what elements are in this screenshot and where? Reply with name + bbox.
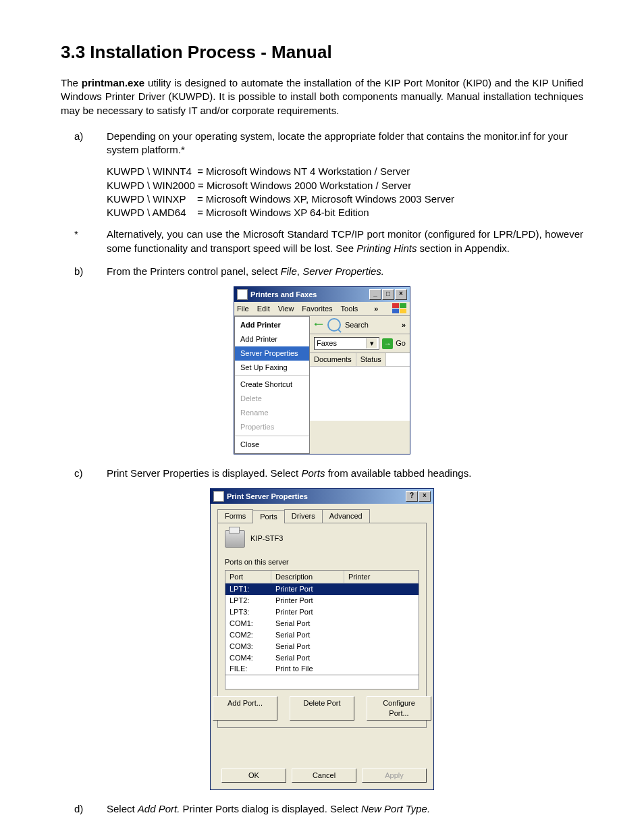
maximize-button[interactable]: □ (382, 289, 394, 300)
menu-item[interactable]: Add Printer (235, 332, 309, 346)
menu-view[interactable]: View (278, 305, 294, 313)
svg-rect-1 (400, 303, 406, 308)
table-row[interactable]: COM2:Serial Port (225, 629, 419, 641)
ports-label: Ports on this server (225, 557, 419, 567)
list-area (310, 367, 410, 421)
menu-separator (235, 436, 309, 436)
col-port[interactable]: Port (225, 571, 271, 584)
tab-ports[interactable]: Ports (252, 510, 285, 523)
menu-item: Properties (235, 420, 309, 434)
window-titlebar[interactable]: Printers and Faxes _ □ × (234, 287, 410, 302)
server-icon (225, 530, 245, 548)
go-label: Go (396, 338, 406, 348)
printer-icon (213, 491, 224, 502)
table-row[interactable]: COM4:Serial Port (225, 652, 419, 664)
tab-forms[interactable]: Forms (217, 509, 253, 523)
intro-paragraph: The printman.exe utility is designed to … (61, 76, 583, 118)
help-button[interactable]: ? (406, 491, 418, 502)
item-star-label: * (61, 228, 107, 255)
close-button[interactable]: × (419, 491, 431, 502)
table-row[interactable]: COM3:Serial Port (225, 641, 419, 652)
table-row[interactable]: LPT2:Printer Port (225, 595, 419, 606)
item-b-body: From the Printers control panel, select … (107, 265, 583, 278)
item-b-label: b) (61, 265, 107, 278)
go-button[interactable]: → (382, 338, 393, 349)
file-menu: Add Printer Add PrinterServer Properties… (234, 316, 310, 454)
tab-drivers[interactable]: Drivers (284, 509, 323, 523)
item-a-body: Depending on your operating system, loca… (107, 130, 583, 157)
svg-rect-3 (400, 309, 406, 313)
printers-and-faxes-window: Printers and Faxes _ □ × FileEditViewFav… (234, 286, 410, 454)
dialog-titlebar[interactable]: Print Server Properties ? × (211, 489, 433, 504)
table-row[interactable]: LPT3:Printer Port (225, 606, 419, 618)
menu-item: Delete (235, 392, 309, 406)
table-row[interactable]: COM1:Serial Port (225, 618, 419, 629)
section-heading: 3.3 Installation Process - Manual (61, 41, 583, 64)
configure-port-button[interactable]: Configure Port... (367, 696, 431, 721)
minimize-button[interactable]: _ (369, 289, 381, 300)
menu-separator (235, 375, 309, 376)
ports-table: Port Description Printer LPT1:Printer Po… (225, 570, 419, 676)
menu-edit[interactable]: Edit (257, 305, 270, 313)
menu-tools[interactable]: Tools (341, 305, 358, 313)
cancel-button[interactable]: Cancel (292, 768, 356, 783)
server-name: KIP-STF3 (250, 533, 283, 544)
menu-item: Rename (235, 406, 309, 420)
menu-favorites[interactable]: Favorites (302, 305, 332, 313)
dialog-title: Print Server Properties (227, 492, 308, 502)
menu-item[interactable]: Close (235, 438, 309, 452)
add-port-button[interactable]: Add Port... (213, 696, 277, 721)
item-d-label: d) (61, 802, 107, 816)
col-description[interactable]: Description (271, 571, 344, 584)
printers-icon (237, 289, 248, 300)
print-server-properties-dialog: Print Server Properties ? × Forms Ports … (210, 488, 434, 790)
ok-button[interactable]: OK (221, 768, 286, 783)
back-icon[interactable]: ⭠ (314, 319, 323, 332)
search-icon[interactable] (327, 318, 341, 332)
window-title: Printers and Faxes (250, 290, 317, 300)
search-label: Search (345, 320, 369, 330)
tab-advanced[interactable]: Advanced (322, 509, 370, 523)
apply-button[interactable]: Apply (362, 768, 427, 783)
tab-strip: Forms Ports Drivers Advanced (217, 509, 427, 523)
utility-name: printman.exe (82, 77, 144, 88)
menu-item[interactable]: Create Shortcut (235, 377, 309, 392)
item-d-body: Select Add Port. Printer Ports dialog is… (107, 802, 583, 816)
menu-item[interactable]: Set Up Faxing (235, 361, 309, 375)
item-star-body: Alternatively, you can use the Microsoft… (107, 228, 583, 255)
more-icon[interactable]: » (374, 304, 378, 314)
svg-rect-2 (392, 309, 399, 313)
address-bar[interactable]: Faxes ▾ (314, 337, 379, 350)
chevron-down-icon[interactable]: ▾ (366, 338, 377, 348)
item-c-body: Print Server Properties is displayed. Se… (107, 467, 583, 480)
menubar: FileEditViewFavoritesTools » (234, 302, 410, 316)
toolbar-more-icon[interactable]: » (402, 320, 406, 330)
column-headers: Documents Status (310, 353, 410, 367)
menu-item[interactable]: Server Properties (235, 346, 309, 361)
windows-logo-icon (392, 303, 407, 314)
col-printer[interactable]: Printer (344, 571, 419, 584)
delete-port-button[interactable]: Delete Port (290, 696, 354, 721)
table-row[interactable]: FILE:Print to File (225, 663, 419, 675)
platform-paths: KUWPD \ WINNT4 = Microsoft Windows NT 4 … (107, 165, 583, 219)
menu-header: Add Printer (235, 318, 309, 332)
table-row[interactable]: LPT1:Printer Port (225, 583, 419, 595)
item-a-label: a) (61, 130, 107, 157)
close-button[interactable]: × (395, 289, 407, 300)
menu-file[interactable]: File (237, 305, 249, 313)
item-c-label: c) (61, 467, 107, 480)
svg-rect-0 (392, 303, 399, 308)
